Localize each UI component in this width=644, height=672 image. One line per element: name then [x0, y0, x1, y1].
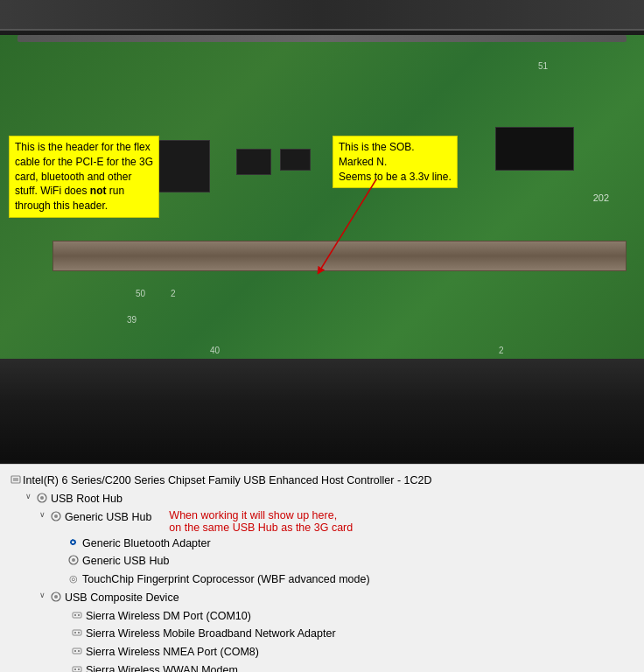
fingerprint-label: TouchChip Fingerprint Coprocessor (WBF a… — [82, 571, 370, 588]
black-component — [495, 127, 574, 171]
sierra-broadband-label: Sierra Wireless Mobile Broadband Network… — [86, 626, 336, 642]
usb-composite-label: USB Composite Device — [65, 590, 179, 606]
modem-icon — [70, 662, 84, 672]
sierra-nmea-label: Sierra Wireless NMEA Port (COM8) — [86, 644, 259, 661]
device-tree: Intel(R) 6 Series/C200 Series Chipset Fa… — [0, 464, 644, 672]
bluetooth-adapter-label: Generic Bluetooth Adapter — [82, 536, 211, 552]
pcb-photo: 50 2 39 40 2 51 202 This is the header f… — [0, 0, 644, 464]
svg-rect-14 — [78, 614, 80, 616]
expand-icon[interactable]: ∨ — [37, 590, 47, 600]
list-item: Sierra Wireless Mobile Broadband Network… — [9, 625, 635, 643]
tree-root-item: Intel(R) 6 Series/C200 Series Chipset Fa… — [9, 472, 635, 490]
annotation-right: This is the SOB. Marked N. Seems to be a… — [332, 136, 458, 188]
svg-rect-23 — [78, 668, 80, 670]
generic-usb-hub2-label: Generic USB Hub — [82, 553, 169, 570]
usb-hub-icon — [66, 553, 80, 567]
bluetooth-icon: ⭘ — [66, 536, 80, 550]
network-icon — [70, 626, 84, 640]
port-icon — [70, 608, 84, 622]
svg-rect-16 — [74, 632, 76, 634]
fingerprint-icon: ◎ — [66, 571, 80, 585]
svg-rect-22 — [74, 668, 76, 670]
expand-icon[interactable]: ∨ — [37, 509, 47, 520]
usb-device-icon — [49, 590, 63, 604]
root-controller-label: Intel(R) 6 Series/C200 Series Chipset Fa… — [23, 472, 432, 489]
list-item: ∨ Generic USB Hub When working it will s… — [9, 508, 635, 535]
usb-root-hub-label: USB Root Hub — [51, 491, 122, 508]
connector-strip — [52, 241, 626, 271]
svg-rect-19 — [74, 650, 76, 652]
svg-rect-3 — [13, 478, 18, 481]
sierra-dm-port-label: Sierra Wireless DM Port (COM10) — [86, 608, 251, 625]
annotation-left: This is the header for the flex cable fo… — [9, 136, 159, 218]
list-item: › ⭘ Generic Bluetooth Adapter — [9, 535, 635, 553]
svg-rect-18 — [73, 648, 81, 654]
svg-point-7 — [54, 514, 58, 518]
list-item: Sierra Wireless DM Port (COM10) — [9, 607, 635, 626]
svg-point-11 — [54, 595, 58, 598]
svg-rect-20 — [78, 650, 80, 652]
usb-controller-icon — [9, 472, 23, 486]
list-item: Sierra Wireless WWAN Modem — [9, 662, 635, 672]
usb-hub-icon — [49, 509, 63, 523]
sierra-wwan-label: Sierra Wireless WWAN Modem — [86, 662, 238, 672]
list-item: › Generic USB Hub — [9, 552, 635, 570]
top-strip — [0, 0, 644, 31]
generic-usb-hub-label: Generic USB Hub — [65, 509, 151, 526]
list-item: Sierra Wireless NMEA Port (COM8) — [9, 643, 635, 662]
list-item: ∨ USB Composite Device — [9, 589, 635, 607]
svg-point-5 — [40, 496, 44, 500]
svg-point-9 — [72, 558, 75, 562]
usb-hub-icon — [35, 491, 49, 505]
svg-rect-12 — [73, 612, 81, 618]
expand-icon[interactable]: ∨ — [23, 491, 33, 501]
svg-rect-15 — [73, 630, 81, 635]
port-icon — [70, 644, 84, 658]
list-item: › ◎ TouchChip Fingerprint Coprocessor (W… — [9, 570, 635, 589]
list-item: ∨ USB Root Hub — [9, 490, 635, 508]
svg-rect-21 — [73, 667, 81, 672]
tree-annotation-red: When working it will show up here, on th… — [169, 509, 353, 534]
svg-rect-17 — [78, 632, 80, 634]
laptop-frame — [0, 359, 644, 464]
svg-rect-13 — [74, 614, 76, 616]
